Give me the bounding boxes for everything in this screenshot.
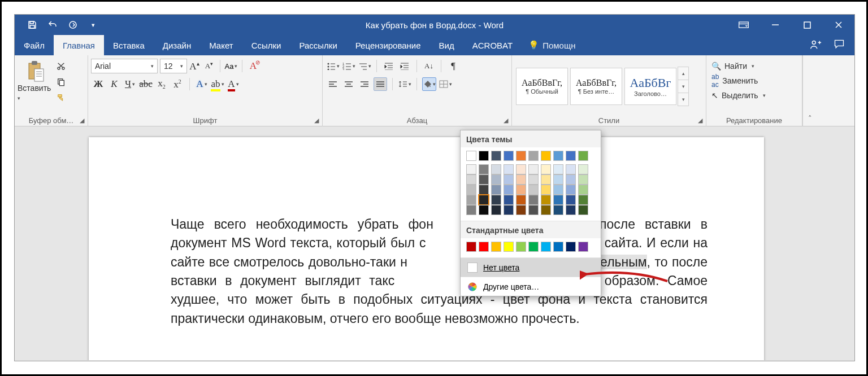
tab-layout[interactable]: Макет — [200, 35, 242, 55]
color-swatch[interactable] — [479, 151, 489, 161]
text-effects-button[interactable]: A — [195, 77, 209, 91]
color-swatch[interactable] — [479, 185, 489, 195]
copy-button[interactable] — [55, 76, 67, 88]
color-swatch[interactable] — [528, 174, 539, 185]
color-swatch[interactable] — [553, 174, 563, 185]
shading-button[interactable] — [422, 77, 436, 91]
color-swatch[interactable] — [504, 195, 514, 205]
color-swatch[interactable] — [479, 164, 489, 174]
underline-button[interactable]: Ч — [123, 77, 137, 91]
format-painter-button[interactable] — [55, 91, 67, 104]
color-swatch[interactable] — [566, 242, 576, 252]
align-left-button[interactable] — [326, 77, 340, 91]
minimize-button[interactable] — [760, 15, 791, 35]
more-colors-item[interactable]: Другие цвета… — [461, 277, 601, 296]
undo-icon[interactable] — [46, 19, 59, 31]
styles-gallery-scroll[interactable]: ▴▾▾ — [678, 67, 689, 106]
tell-me[interactable]: 💡 Помощн — [522, 40, 582, 50]
font-name-combo[interactable]: Arial▾ — [91, 59, 158, 73]
color-swatch[interactable] — [528, 185, 539, 195]
style-normal[interactable]: АаБбВвГг,¶ Обычный — [516, 68, 568, 105]
color-swatch[interactable] — [491, 242, 501, 252]
color-swatch[interactable] — [578, 174, 588, 185]
color-swatch[interactable] — [541, 151, 551, 161]
find-button[interactable]: 🔍Найти▾ — [709, 59, 757, 73]
italic-button[interactable]: К — [107, 77, 121, 91]
show-marks-button[interactable]: ¶ — [446, 59, 460, 73]
ribbon-options-icon[interactable] — [728, 15, 760, 35]
maximize-button[interactable] — [791, 15, 823, 35]
paste-button[interactable]: Вставить ▾ — [18, 56, 55, 102]
style-heading1[interactable]: АаБбВгЗаголово… — [624, 68, 676, 105]
highlight-button[interactable]: ab — [211, 77, 224, 91]
shrink-font-button[interactable]: A▾ — [202, 59, 216, 73]
color-swatch[interactable] — [553, 195, 563, 205]
share-icon[interactable] — [809, 38, 823, 52]
color-swatch[interactable] — [516, 242, 526, 252]
color-swatch[interactable] — [578, 185, 588, 195]
subscript-button[interactable]: x2 — [155, 77, 168, 91]
tab-acrobat[interactable]: ACROBAT — [463, 35, 522, 55]
bullets-button[interactable] — [326, 59, 340, 73]
grow-font-button[interactable]: A▴ — [188, 59, 201, 73]
color-swatch[interactable] — [479, 174, 489, 185]
tab-file[interactable]: Файл — [15, 35, 54, 55]
color-swatch[interactable] — [466, 164, 476, 174]
decrease-indent-button[interactable] — [382, 59, 396, 73]
replace-button[interactable]: abacЗаменить — [709, 73, 760, 88]
styles-launcher-icon[interactable]: ◢ — [698, 117, 702, 124]
color-swatch[interactable] — [504, 185, 514, 195]
color-swatch[interactable] — [528, 195, 539, 205]
borders-button[interactable] — [439, 77, 452, 91]
qat-customize-icon[interactable]: ▾ — [87, 19, 99, 31]
color-swatch[interactable] — [553, 151, 563, 161]
color-swatch[interactable] — [566, 164, 576, 174]
style-no-spacing[interactable]: АаБбВвГг,¶ Без инте… — [570, 68, 622, 105]
color-swatch[interactable] — [491, 164, 501, 174]
numbering-button[interactable]: 123 — [342, 59, 355, 73]
tab-design[interactable]: Дизайн — [154, 35, 200, 55]
multilevel-list-button[interactable] — [358, 59, 371, 73]
color-swatch[interactable] — [491, 195, 501, 205]
color-swatch[interactable] — [504, 174, 514, 185]
close-button[interactable] — [823, 15, 854, 35]
line-spacing-button[interactable] — [398, 77, 411, 91]
bold-button[interactable]: Ж — [92, 77, 105, 91]
color-swatch[interactable] — [491, 185, 501, 195]
tab-insert[interactable]: Вставка — [104, 35, 154, 55]
tab-review[interactable]: Рецензирование — [346, 35, 430, 55]
color-swatch[interactable] — [553, 242, 563, 252]
justify-button[interactable] — [374, 77, 387, 91]
cut-button[interactable] — [55, 60, 67, 72]
color-swatch[interactable] — [504, 205, 514, 215]
color-swatch[interactable] — [578, 195, 588, 205]
color-swatch[interactable] — [528, 151, 539, 161]
tab-references[interactable]: Ссылки — [242, 35, 290, 55]
color-swatch[interactable] — [466, 195, 476, 205]
color-swatch[interactable] — [578, 164, 588, 174]
color-swatch[interactable] — [541, 205, 551, 215]
align-right-button[interactable] — [358, 77, 371, 91]
align-center-button[interactable] — [342, 77, 355, 91]
increase-indent-button[interactable] — [398, 59, 411, 73]
font-launcher-icon[interactable]: ◢ — [314, 117, 319, 124]
color-swatch[interactable] — [528, 205, 539, 215]
select-button[interactable]: ↖Выделить▾ — [709, 88, 768, 103]
superscript-button[interactable]: x2 — [171, 77, 184, 91]
color-swatch[interactable] — [553, 205, 563, 215]
no-color-item[interactable]: Нет цвета — [461, 257, 601, 277]
color-swatch[interactable] — [479, 242, 489, 252]
page[interactable]: Чаще всего необходимость убрать фон посл… — [89, 137, 764, 360]
tab-view[interactable]: Вид — [430, 35, 463, 55]
clipboard-launcher-icon[interactable]: ◢ — [80, 117, 84, 124]
color-swatch[interactable] — [516, 205, 526, 215]
color-swatch[interactable] — [566, 151, 576, 161]
color-swatch[interactable] — [516, 195, 526, 205]
color-swatch[interactable] — [566, 174, 576, 185]
color-swatch[interactable] — [541, 242, 551, 252]
color-swatch[interactable] — [479, 205, 489, 215]
color-swatch[interactable] — [466, 185, 476, 195]
color-swatch[interactable] — [578, 205, 588, 215]
color-swatch[interactable] — [491, 151, 501, 161]
color-swatch[interactable] — [491, 174, 501, 185]
